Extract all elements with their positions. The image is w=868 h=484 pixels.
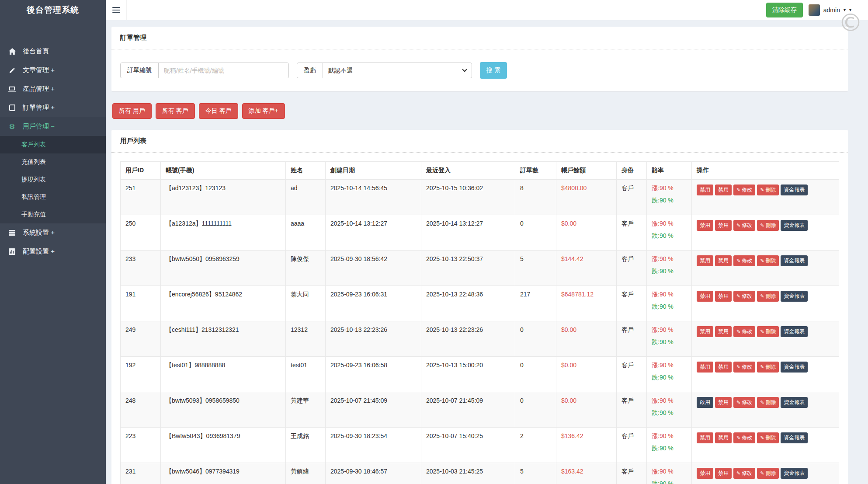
disable-button[interactable]: 禁用 (715, 362, 732, 373)
edit-button[interactable]: ✎修改 (733, 397, 755, 408)
disable-button[interactable]: 禁用 (715, 220, 732, 231)
delete-button[interactable]: ✎刪除 (757, 291, 779, 302)
user-menu[interactable]: admin ▾ ▾ (809, 4, 851, 16)
sidebar-subitem[interactable]: 手動充值 (0, 206, 106, 223)
cell-balance: $4800.00 (556, 180, 617, 215)
cell-last-login: 2025-10-14 13:12:27 (421, 215, 515, 251)
disable-button[interactable]: 禁用 (715, 326, 732, 337)
fund-report-button[interactable]: 資金報表 (781, 220, 808, 231)
disable-button[interactable]: 禁用 (697, 468, 713, 479)
fund-report-button[interactable]: 資金報表 (781, 255, 808, 266)
sidebar-item[interactable]: 文章管理 + (0, 61, 106, 80)
disable-button[interactable]: 禁用 (697, 220, 713, 231)
action-button-label: 修改 (742, 363, 752, 371)
disable-button[interactable]: 禁用 (715, 468, 732, 479)
disable-button[interactable]: 禁用 (697, 432, 713, 443)
fund-report-button[interactable]: 資金報表 (781, 291, 808, 302)
table-row: 192【test01】988888888test012025-09-23 16:… (121, 357, 839, 392)
pencil-icon: ✎ (736, 365, 740, 369)
sidebar-item[interactable]: 後台首頁 (0, 42, 106, 61)
sidebar-subitem[interactable]: 客戶列表 (0, 136, 106, 153)
app-root: 後台管理系統 後台首頁文章管理 +產品管理 +訂單管理 +⚙用戶管理 −客戶列表… (0, 0, 868, 484)
sidebar-item[interactable]: 產品管理 + (0, 80, 106, 98)
delete-button[interactable]: ✎刪除 (757, 185, 779, 195)
disable-button[interactable]: 禁用 (697, 326, 713, 337)
delete-button[interactable]: ✎刪除 (757, 326, 779, 337)
fund-report-button[interactable]: 資金報表 (781, 468, 808, 479)
cell-last-login: 2025-10-07 21:45:09 (421, 392, 515, 428)
all-customers-button[interactable]: 所有 客戶 (156, 103, 195, 119)
disable-button[interactable]: 禁用 (715, 397, 732, 408)
action-button-label: 啟用 (700, 399, 710, 406)
disable-button[interactable]: 禁用 (715, 255, 732, 266)
fund-report-button[interactable]: 資金報表 (781, 362, 808, 373)
delete-button[interactable]: ✎刪除 (757, 397, 779, 408)
sidebar-item[interactable]: 系統設置 + (0, 223, 106, 242)
cell-rate: 漲:90 %跌:90 % (647, 251, 692, 286)
disable-button[interactable]: 禁用 (697, 185, 713, 195)
pencil-icon: ✎ (760, 294, 764, 299)
delete-button[interactable]: ✎刪除 (757, 432, 779, 443)
cell-role: 客戶 (617, 321, 647, 357)
edit-button[interactable]: ✎修改 (733, 185, 755, 195)
sidebar-item[interactable]: 訂單管理 + (0, 98, 106, 117)
sidebar-subitem[interactable]: 充值列表 (0, 153, 106, 171)
all-users-button[interactable]: 所有 用戶 (112, 103, 152, 119)
order-no-input[interactable] (159, 63, 288, 78)
disable-button[interactable]: 禁用 (715, 432, 732, 443)
disable-button[interactable]: 禁用 (697, 362, 713, 373)
disable-button[interactable]: 禁用 (697, 255, 713, 266)
fund-report-button[interactable]: 資金報表 (781, 185, 808, 195)
column-header: 身份 (617, 162, 647, 180)
disable-button[interactable]: 禁用 (715, 185, 732, 195)
cell-balance: $144.42 (556, 251, 617, 286)
cell-role: 客戶 (617, 392, 647, 428)
sidebar-subitem[interactable]: 私訊管理 (0, 188, 106, 206)
edit-button[interactable]: ✎修改 (733, 432, 755, 443)
edit-button[interactable]: ✎修改 (733, 468, 755, 479)
delete-button[interactable]: ✎刪除 (757, 362, 779, 373)
edit-button[interactable]: ✎修改 (733, 326, 755, 337)
action-button-label: 禁用 (718, 363, 729, 371)
edit-button[interactable]: ✎修改 (733, 362, 755, 373)
sidebar-subitem[interactable]: 提現列表 (0, 171, 106, 188)
sidebar-item[interactable]: ⚙用戶管理 − (0, 117, 106, 136)
action-button-label: 禁用 (718, 186, 729, 194)
fund-report-button[interactable]: 資金報表 (781, 326, 808, 337)
rate-down-label: 跌:90 % (652, 232, 687, 240)
add-customer-button[interactable]: 添加 客戶+ (242, 103, 285, 119)
sidebar-item[interactable]: 配置設置 + (0, 242, 106, 261)
cell-balance: $0.00 (556, 321, 617, 357)
disable-button[interactable]: 禁用 (715, 291, 732, 302)
cell-user-id: 233 (121, 251, 161, 286)
cell-balance: $163.42 (556, 463, 617, 484)
enable-button[interactable]: 啟用 (697, 397, 713, 408)
clear-cache-button[interactable]: 清除緩存 (766, 3, 803, 17)
action-button-label: 資金報表 (784, 434, 805, 442)
fund-report-button[interactable]: 資金報表 (781, 397, 808, 408)
cell-actions: 禁用禁用✎修改✎刪除資金報表 (692, 286, 839, 321)
profit-select[interactable]: 默認不選 (323, 63, 472, 77)
fund-report-button[interactable]: 資金報表 (781, 432, 808, 443)
delete-button[interactable]: ✎刪除 (757, 220, 779, 231)
action-button-label: 修改 (742, 257, 752, 265)
cell-account: 【Bwtw5043】0936981379 (161, 428, 286, 463)
action-button-label: 刪除 (765, 434, 776, 442)
rate-up-label: 漲:90 % (652, 468, 687, 476)
cell-user-id: 192 (121, 357, 161, 392)
delete-button[interactable]: ✎刪除 (757, 255, 779, 266)
search-button[interactable]: 搜 索 (480, 62, 507, 79)
sidebar-toggle-button[interactable] (106, 0, 127, 20)
delete-button[interactable]: ✎刪除 (757, 468, 779, 479)
rate-up-label: 漲:90 % (652, 185, 687, 192)
pencil-icon: ✎ (760, 471, 764, 476)
top-navbar: 清除緩存 admin ▾ ▾ (106, 0, 868, 20)
pencil-icon: ✎ (736, 435, 740, 440)
edit-button[interactable]: ✎修改 (733, 255, 755, 266)
sidebar-menu: 後台首頁文章管理 +產品管理 +訂單管理 +⚙用戶管理 −客戶列表充值列表提現列… (0, 42, 106, 261)
cell-name: 葉大同 (286, 286, 326, 321)
disable-button[interactable]: 禁用 (697, 291, 713, 302)
edit-button[interactable]: ✎修改 (733, 291, 755, 302)
edit-button[interactable]: ✎修改 (733, 220, 755, 231)
today-customers-button[interactable]: 今日 客戶 (199, 103, 238, 119)
